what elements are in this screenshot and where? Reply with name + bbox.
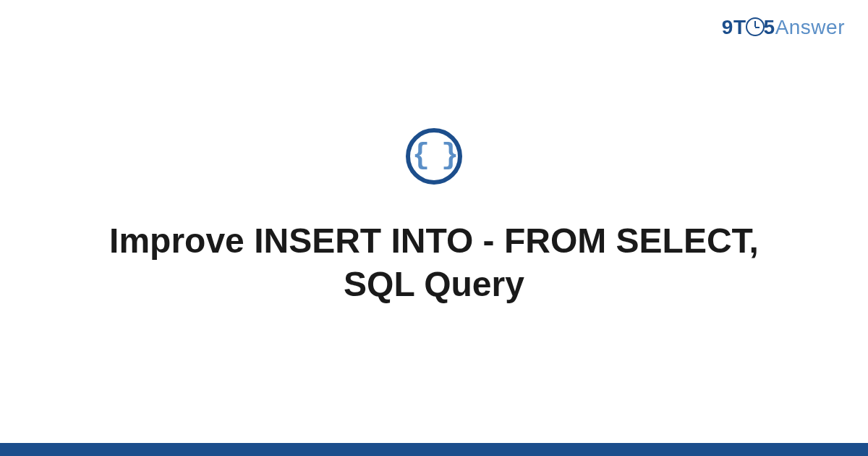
- main-content: { } Improve INSERT INTO - FROM SELECT, S…: [0, 0, 868, 456]
- code-icon-circle: { }: [406, 128, 462, 185]
- footer-accent-bar: [0, 443, 868, 456]
- page-title: Improve INSERT INTO - FROM SELECT, SQL Q…: [109, 219, 760, 306]
- braces-icon: { }: [412, 142, 456, 171]
